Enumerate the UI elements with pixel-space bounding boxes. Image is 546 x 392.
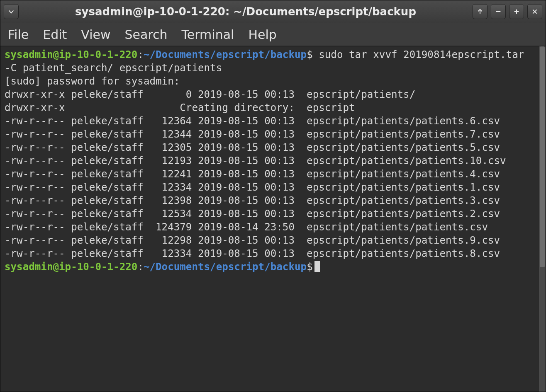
window-menu-button[interactable] — [4, 4, 19, 19]
prompt-sep: : — [137, 261, 144, 273]
menu-edit[interactable]: Edit — [43, 27, 67, 42]
maximize-button[interactable] — [509, 4, 524, 19]
listing-line: -rw-r--r-- peleke/staff 124379 2019-08-1… — [5, 221, 488, 233]
prompt-user-host: sysadmin@ip-10-0-1-220 — [5, 261, 137, 273]
listing-line: -rw-r--r-- peleke/staff 12298 2019-08-15… — [5, 235, 500, 246]
terminal-area-wrap: sysadmin@ip-10-0-1-220:~/Documents/epscr… — [0, 46, 546, 392]
prompt-sigil: $ — [307, 261, 313, 273]
title-bar: sysadmin@ip-10-0-1-220: ~/Documents/epsc… — [0, 0, 546, 23]
terminal-window: sysadmin@ip-10-0-1-220: ~/Documents/epsc… — [0, 0, 546, 392]
scrollbar-thumb[interactable] — [540, 46, 545, 267]
listing-line: -rw-r--r-- peleke/staff 12193 2019-08-15… — [5, 155, 506, 167]
menu-search[interactable]: Search — [125, 27, 168, 42]
scrollbar[interactable] — [539, 46, 546, 392]
arrow-up-icon — [477, 7, 483, 17]
listing-line: -rw-r--r-- peleke/staff 12305 2019-08-15… — [5, 142, 500, 153]
prompt-sep: : — [137, 49, 144, 60]
sudo-prompt: [sudo] password for sysadmin: — [5, 75, 180, 87]
cursor — [314, 261, 320, 272]
listing-line: -rw-r--r-- peleke/staff 12364 2019-08-15… — [5, 115, 500, 127]
listing-line: -rw-r--r-- peleke/staff 12241 2019-08-15… — [5, 168, 500, 180]
close-icon — [531, 7, 538, 17]
prompt-path: ~/Documents/epscript/backup — [144, 261, 307, 273]
prompt-user-host: sysadmin@ip-10-0-1-220 — [5, 49, 137, 60]
listing-line: drwxr-xr-x Creating directory: epscript — [5, 102, 355, 114]
minimize-button[interactable] — [491, 4, 506, 19]
listing-line: -rw-r--r-- peleke/staff 12334 2019-08-15… — [5, 248, 500, 259]
listing-line: -rw-r--r-- peleke/staff 12534 2019-08-15… — [5, 208, 500, 220]
menu-view[interactable]: View — [81, 27, 110, 42]
window-title: sysadmin@ip-10-0-1-220: ~/Documents/epsc… — [22, 5, 469, 18]
terminal-area[interactable]: sysadmin@ip-10-0-1-220:~/Documents/epscr… — [0, 46, 539, 392]
listing-line: -rw-r--r-- peleke/staff 12344 2019-08-15… — [5, 128, 500, 140]
minus-icon — [495, 7, 502, 17]
keep-above-button[interactable] — [473, 4, 488, 19]
menu-bar: File Edit View Search Terminal Help — [0, 23, 546, 46]
listing-line: -rw-r--r-- peleke/staff 12398 2019-08-15… — [5, 195, 500, 206]
menu-file[interactable]: File — [8, 27, 29, 42]
prompt-sigil: $ — [307, 49, 313, 60]
chevron-down-icon — [8, 7, 15, 17]
plus-icon — [513, 7, 520, 17]
menu-terminal[interactable]: Terminal — [182, 27, 234, 42]
close-button[interactable] — [527, 4, 542, 19]
listing-line: -rw-r--r-- peleke/staff 12334 2019-08-15… — [5, 181, 500, 193]
listing-line: drwxr-xr-x peleke/staff 0 2019-08-15 00:… — [5, 89, 415, 100]
menu-help[interactable]: Help — [248, 27, 276, 42]
prompt-path: ~/Documents/epscript/backup — [144, 49, 307, 60]
